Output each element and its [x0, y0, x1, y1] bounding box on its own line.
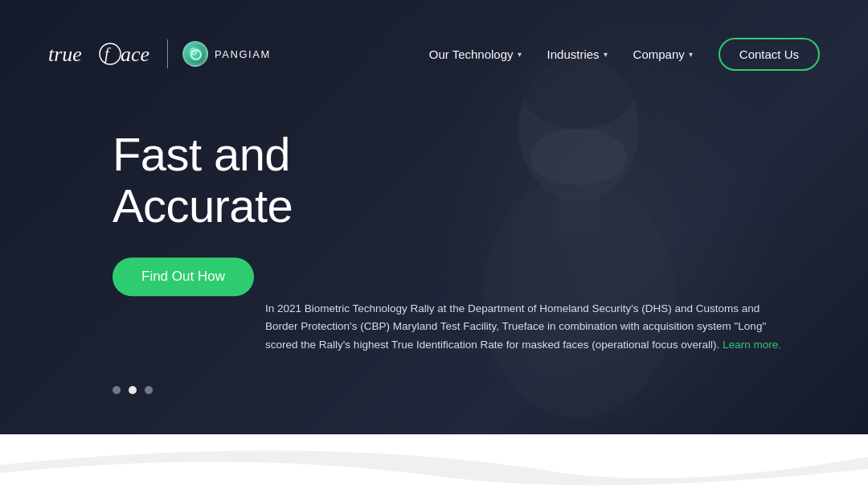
svg-point-9 [185, 43, 206, 64]
svg-text:ace: ace [121, 43, 149, 66]
svg-text:f: f [104, 45, 111, 64]
pangiam-logo[interactable]: PANGIAM [182, 41, 271, 67]
bottom-wave [0, 433, 868, 489]
carousel-dot-1[interactable] [113, 386, 121, 394]
nav-industries-label: Industries [547, 47, 600, 61]
hero-title: Fast and Accurate [113, 129, 434, 232]
nav-industries[interactable]: Industries ▾ [547, 47, 608, 61]
find-out-how-button[interactable]: Find Out How [113, 257, 254, 296]
contact-us-button[interactable]: Contact Us [719, 38, 820, 71]
carousel-dot-2[interactable] [129, 386, 137, 394]
nav-our-technology[interactable]: Our Technology ▾ [429, 47, 522, 61]
hero-content: Fast and Accurate Find Out How [113, 129, 434, 322]
carousel-dot-3[interactable] [145, 386, 153, 394]
nav-company[interactable]: Company ▾ [633, 47, 693, 61]
nav-our-technology-label: Our Technology [429, 47, 514, 61]
svg-point-11 [190, 49, 200, 59]
chevron-down-icon: ▾ [689, 50, 693, 59]
nav-links: Our Technology ▾ Industries ▾ Company ▾ … [429, 38, 820, 71]
logo-divider [167, 39, 168, 68]
logo-area: true f ace PANGIAM [48, 39, 271, 69]
hero-description-text: In 2021 Biometric Technology Rally at th… [265, 302, 766, 351]
navbar: true f ace PANGIAM [0, 24, 868, 84]
chevron-down-icon: ▾ [604, 50, 608, 59]
hero-description: In 2021 Biometric Technology Rally at th… [265, 300, 788, 354]
trueface-logo[interactable]: true f ace [48, 39, 153, 69]
svg-point-10 [190, 48, 197, 55]
pangiam-name: PANGIAM [215, 48, 271, 60]
nav-company-label: Company [633, 47, 685, 61]
learn-more-link[interactable]: Learn more. [723, 339, 781, 351]
pangiam-icon [182, 41, 208, 67]
chevron-down-icon: ▾ [518, 50, 522, 59]
carousel-dots [113, 386, 153, 394]
svg-text:true: true [48, 43, 82, 66]
hero-section: true f ace PANGIAM [0, 0, 868, 434]
svg-point-6 [100, 43, 121, 64]
